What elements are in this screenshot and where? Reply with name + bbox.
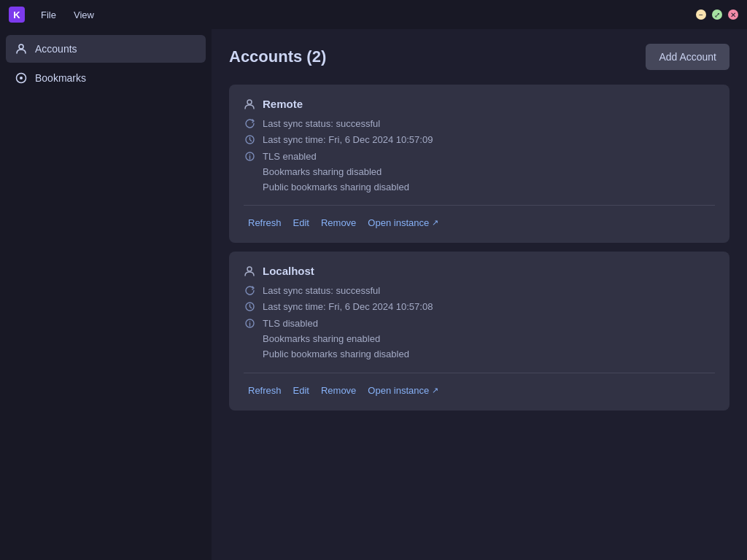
account-details-row-remote: TLS enabled Bookmarks sharing disabled P… (244, 149, 715, 195)
account-details-row-localhost: TLS disabled Bookmarks sharing enabled P… (244, 316, 715, 362)
menu-file[interactable]: File (34, 7, 63, 23)
account-bookmarks-sharing-remote: Bookmarks sharing disabled (263, 165, 409, 180)
sidebar-item-accounts[interactable]: Accounts (6, 35, 206, 63)
sync-status-icon-remote (244, 117, 255, 129)
account-tls-localhost: TLS disabled (263, 316, 409, 332)
accounts-icon (15, 42, 28, 55)
bookmarks-icon (15, 71, 28, 85)
svg-point-7 (247, 267, 252, 271)
window-controls: − ⤢ ✕ (696, 9, 738, 20)
account-name-row-remote: Remote (244, 98, 715, 110)
account-name-localhost: Localhost (263, 265, 314, 277)
account-divider-remote (244, 205, 715, 206)
minimize-button[interactable]: − (696, 9, 706, 20)
account-actions-remote: Refresh Edit Remove Open instance ↗ (244, 216, 715, 230)
external-link-icon-remote: ↗ (432, 218, 438, 228)
maximize-button[interactable]: ⤢ (712, 9, 722, 20)
remove-button-remote[interactable]: Remove (317, 216, 360, 230)
account-person-icon-localhost (244, 265, 255, 277)
refresh-button-remote[interactable]: Refresh (244, 216, 286, 230)
info-icon-localhost (244, 317, 255, 329)
account-sync-time-row-remote: Last sync time: Fri, 6 Dec 2024 10:57:09 (244, 133, 715, 145)
open-instance-button-localhost[interactable]: Open instance ↗ (363, 384, 443, 397)
title-bar: K File View − ⤢ ✕ (0, 0, 747, 29)
sidebar-bookmarks-label: Bookmarks (35, 72, 86, 84)
account-person-icon-remote (244, 98, 255, 110)
account-divider-localhost (244, 373, 715, 373)
svg-point-3 (247, 100, 252, 104)
sidebar-item-bookmarks[interactable]: Bookmarks (6, 64, 206, 92)
sync-time-icon-localhost (244, 300, 255, 312)
svg-point-2 (20, 77, 23, 79)
account-sync-time-remote: Last sync time: Fri, 6 Dec 2024 10:57:09 (263, 134, 433, 145)
svg-point-10 (249, 321, 249, 322)
main-layout: Accounts Bookmarks Accounts (2) Add Acco… (0, 29, 747, 560)
sync-time-icon-remote (244, 133, 255, 145)
sidebar: Accounts Bookmarks (0, 29, 212, 560)
account-sync-time-row-localhost: Last sync time: Fri, 6 Dec 2024 10:57:08 (244, 300, 715, 312)
account-details-text-localhost: TLS disabled Bookmarks sharing enabled P… (263, 316, 409, 362)
account-sync-time-localhost: Last sync time: Fri, 6 Dec 2024 10:57:08 (263, 301, 433, 312)
add-account-button[interactable]: Add Account (646, 44, 729, 70)
account-sync-status-remote: Last sync status: successful (263, 118, 380, 129)
account-card-localhost: Localhost Last sync status: successful (229, 252, 729, 410)
external-link-icon-localhost: ↗ (432, 386, 438, 395)
page-title: Accounts (2) (229, 47, 326, 66)
account-tls-remote: TLS enabled (263, 149, 409, 165)
menu-bar: File View (34, 7, 101, 23)
svg-point-0 (19, 44, 23, 49)
open-instance-button-remote[interactable]: Open instance ↗ (363, 216, 443, 230)
refresh-button-localhost[interactable]: Refresh (244, 384, 286, 397)
account-sync-status-localhost: Last sync status: successful (263, 285, 380, 296)
info-icon-remote (244, 150, 255, 162)
account-sync-status-row-localhost: Last sync status: successful (244, 284, 715, 296)
page-header: Accounts (2) Add Account (229, 44, 729, 70)
sync-status-icon-localhost (244, 284, 255, 296)
account-name-remote: Remote (263, 98, 303, 110)
svg-point-6 (249, 154, 249, 155)
edit-button-remote[interactable]: Edit (289, 216, 314, 230)
account-name-row-localhost: Localhost (244, 265, 715, 277)
app-logo: K (9, 7, 25, 23)
account-bookmarks-sharing-localhost: Bookmarks sharing enabled (263, 332, 409, 347)
close-button[interactable]: ✕ (728, 9, 738, 20)
sidebar-accounts-label: Accounts (35, 43, 77, 55)
account-actions-localhost: Refresh Edit Remove Open instance ↗ (244, 384, 715, 397)
content-area: Accounts (2) Add Account Remote (212, 29, 747, 560)
account-sync-status-row-remote: Last sync status: successful (244, 117, 715, 129)
remove-button-localhost[interactable]: Remove (317, 384, 360, 397)
account-public-bookmarks-localhost: Public bookmarks sharing disabled (263, 347, 409, 362)
account-card-remote: Remote Last sync status: successful (229, 85, 729, 243)
edit-button-localhost[interactable]: Edit (289, 384, 314, 397)
menu-view[interactable]: View (66, 7, 101, 23)
account-public-bookmarks-remote: Public bookmarks sharing disabled (263, 180, 409, 195)
account-details-text-remote: TLS enabled Bookmarks sharing disabled P… (263, 149, 409, 195)
